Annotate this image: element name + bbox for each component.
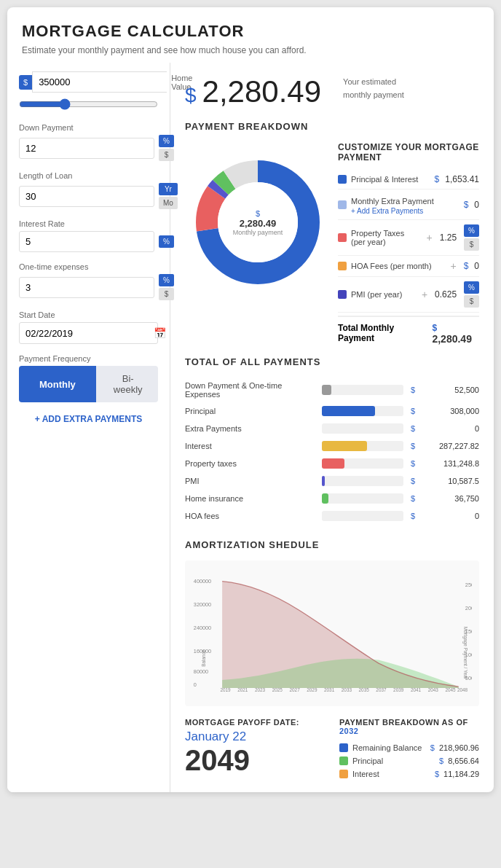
monthly-payment-amount: 2,280.49 xyxy=(202,74,322,109)
one-time-label: One-time expenses xyxy=(19,262,158,271)
customize-row-taxes: Property Taxes (per year) + 1.25 % $ xyxy=(338,220,479,256)
bar-row: Interest $ 287,227.82 xyxy=(185,437,479,455)
bar-fill-6 xyxy=(322,493,328,504)
pmi-dollar-btn[interactable]: $ xyxy=(464,295,479,308)
donut-chart: $ 2,280.49 Monthly payment xyxy=(185,149,331,295)
start-date-input[interactable] xyxy=(25,328,148,339)
bar-row: Down Payment & One-time Expenses $ 52,50… xyxy=(185,378,479,402)
principal-color-dot xyxy=(338,175,347,184)
svg-text:Mortgage Payment / Year: Mortgage Payment / Year xyxy=(462,627,468,680)
down-payment-input[interactable] xyxy=(19,138,154,159)
svg-text:80000: 80000 xyxy=(194,668,208,675)
svg-text:Balance: Balance xyxy=(201,649,206,667)
start-date-label: Start Date xyxy=(19,310,158,319)
taxes-color-dot xyxy=(338,233,347,242)
donut-dollar: $ xyxy=(233,209,283,218)
payoff-section: MORTGAGE PAYOFF DATE: January 22 2049 PA… xyxy=(185,718,479,781)
biweekly-btn[interactable]: Bi-weekly xyxy=(96,366,158,402)
svg-text:2048: 2048 xyxy=(457,687,468,692)
bar-track-5 xyxy=(322,476,403,486)
breakdown-item: Principal $ 8,656.64 xyxy=(339,754,479,767)
breakdown-dot-0 xyxy=(339,743,348,752)
bar-amount-4: 131,248.8 xyxy=(421,459,479,468)
svg-text:2039: 2039 xyxy=(393,687,404,692)
app-title: MORTGAGE CALCULATOR xyxy=(22,22,479,41)
customize-row-pmi: PMI (per year) + 0.625 % $ xyxy=(338,277,479,313)
donut-amount: 2,280.49 xyxy=(233,218,283,229)
svg-text:240000: 240000 xyxy=(194,625,211,631)
add-extra-link[interactable]: + Add Extra Payments xyxy=(351,207,459,215)
one-time-input[interactable] xyxy=(19,277,154,298)
bar-track-6 xyxy=(322,493,403,504)
svg-text:2025: 2025 xyxy=(272,687,283,692)
payoff-year: 2049 xyxy=(185,744,325,777)
amortization-title: AMORTIZATION SHEDULE xyxy=(185,539,479,550)
svg-text:25000: 25000 xyxy=(465,582,472,588)
bar-row: Extra Payments $ 0 xyxy=(185,420,479,437)
payoff-title: MORTGAGE PAYOFF DATE: xyxy=(185,718,325,727)
breakdown-dot-1 xyxy=(339,756,348,765)
bar-track-4 xyxy=(322,458,403,469)
loan-length-label: Length of Loan xyxy=(19,171,158,180)
svg-text:2041: 2041 xyxy=(411,687,422,692)
bar-track-0 xyxy=(322,385,403,395)
bar-track-3 xyxy=(322,441,403,451)
svg-text:2021: 2021 xyxy=(237,687,248,692)
dollar-label: $ xyxy=(19,75,32,90)
amortization-chart: 400000 320000 240000 160000 80000 0 2500… xyxy=(185,560,479,706)
svg-text:2027: 2027 xyxy=(289,687,300,692)
svg-text:2031: 2031 xyxy=(324,687,335,692)
principal-label: Principal & Interest xyxy=(351,175,430,184)
bar-fill-0 xyxy=(322,385,331,395)
svg-text:2035: 2035 xyxy=(359,687,370,692)
bar-track-1 xyxy=(322,406,403,416)
add-extra-btn[interactable]: + ADD EXTRA PAYMENTS xyxy=(19,414,158,424)
taxes-pct-btn[interactable]: % xyxy=(464,224,479,237)
payment-freq-label: Payment Frequency xyxy=(19,354,158,363)
pmi-label: PMI (per year) xyxy=(351,290,414,299)
bar-label-6: Home insurance xyxy=(185,494,316,503)
svg-text:2029: 2029 xyxy=(307,687,317,692)
bar-label-5: PMI xyxy=(185,477,316,485)
taxes-dollar-btn[interactable]: $ xyxy=(464,238,479,251)
monthly-btn[interactable]: Monthly xyxy=(19,366,96,402)
payment-breakdown-title: PAYMENT BREAKDOWN xyxy=(185,121,479,132)
bar-amount-2: 0 xyxy=(421,424,479,433)
bar-fill-3 xyxy=(322,441,367,451)
all-payments-title: TOTAL OF ALL PAYMENTS xyxy=(185,356,479,367)
bar-row: HOA fees $ 0 xyxy=(185,507,479,525)
down-payment-label: Down Payment xyxy=(19,123,158,132)
customize-row-extra: Monthly Extra Payment + Add Extra Paymen… xyxy=(338,189,479,220)
bar-amount-7: 0 xyxy=(421,512,479,520)
loan-length-input[interactable] xyxy=(19,186,154,207)
breakdown-year: 2032 xyxy=(339,727,358,735)
bar-fill-1 xyxy=(322,406,375,416)
monthly-payment-header: $ 2,280.49 Your estimatedmonthly payment xyxy=(185,74,479,109)
svg-text:2019: 2019 xyxy=(220,687,231,692)
taxes-value: 1.25 xyxy=(440,232,457,243)
bar-fill-4 xyxy=(322,458,344,469)
pmi-pct-btn[interactable]: % xyxy=(464,281,479,294)
home-value-input[interactable] xyxy=(32,71,167,93)
svg-text:2043: 2043 xyxy=(428,687,439,692)
svg-text:20000: 20000 xyxy=(465,605,472,611)
taxes-label: Property Taxes (per year) xyxy=(351,229,419,246)
extra-value: 0 xyxy=(474,200,479,210)
bar-label-2: Extra Payments xyxy=(185,424,316,433)
bar-amount-0: 52,500 xyxy=(421,386,479,394)
estimated-label: Your estimatedmonthly payment xyxy=(343,77,404,99)
customize-title: CUSTOMIZE YOUR MORTGAGE PAYMENT xyxy=(338,142,479,163)
breakdown-item: Remaining Balance $ 218,960.96 xyxy=(339,741,479,754)
app-subtitle: Estimate your monthly payment and see ho… xyxy=(22,45,479,55)
calendar-icon[interactable]: 📅 xyxy=(154,327,166,339)
bar-row: Home insurance $ 36,750 xyxy=(185,490,479,507)
bar-track-2 xyxy=(322,423,403,434)
total-label: Total Monthly Payment xyxy=(338,323,432,343)
customize-row-principal: Principal & Interest $ 1,653.41 xyxy=(338,170,479,189)
hoa-label: HOA Fees (per month) xyxy=(351,262,443,270)
interest-rate-input[interactable] xyxy=(19,231,154,252)
bar-label-3: Interest xyxy=(185,442,316,450)
bar-track-7 xyxy=(322,511,403,521)
home-value-slider[interactable] xyxy=(19,98,158,110)
bar-amount-6: 36,750 xyxy=(421,494,479,503)
